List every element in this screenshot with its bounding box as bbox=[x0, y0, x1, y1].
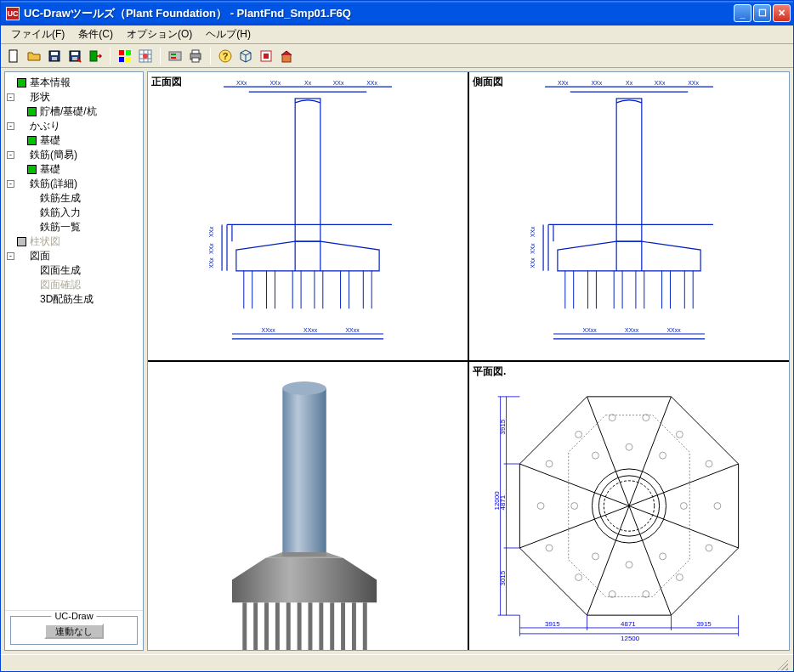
tree-item[interactable]: 基礎 bbox=[7, 133, 141, 148]
titlebar[interactable]: UC UC-Drawツールズ（Plant Foundation） - Plant… bbox=[1, 1, 793, 25]
view-side[interactable]: 側面図 bbox=[469, 72, 789, 360]
minimize-button[interactable]: _ bbox=[734, 4, 751, 22]
svg-rect-10 bbox=[119, 57, 124, 62]
print-icon[interactable] bbox=[186, 47, 205, 65]
tree-item[interactable]: 柱状図 bbox=[7, 234, 141, 249]
sidebar: 基本情報-形状貯槽/基礎/杭-かぶり基礎-鉄筋(簡易)基礎-鉄筋(詳細)鉄筋生成… bbox=[4, 71, 144, 651]
view-front-label: 正面図 bbox=[151, 75, 182, 89]
tree-item-label: 鉄筋一覧 bbox=[40, 220, 81, 234]
svg-marker-91 bbox=[232, 558, 377, 602]
tree-item-label: 鉄筋入力 bbox=[40, 206, 81, 220]
svg-rect-14 bbox=[169, 52, 181, 60]
view-side-label: 側面図 bbox=[473, 75, 503, 89]
tree-item[interactable]: -鉄筋(簡易) bbox=[7, 148, 141, 162]
svg-line-114 bbox=[629, 506, 739, 548]
svg-rect-59 bbox=[616, 99, 642, 241]
toolbar-separator bbox=[110, 48, 111, 65]
resize-grip-icon[interactable] bbox=[774, 657, 788, 670]
tree-item[interactable]: 鉄筋一覧 bbox=[7, 220, 141, 234]
svg-point-90 bbox=[282, 381, 326, 395]
plan-icon[interactable] bbox=[257, 47, 275, 65]
tree-item[interactable]: 鉄筋生成 bbox=[7, 191, 141, 206]
tree-item[interactable]: 貯槽/基礎/杭 bbox=[7, 104, 141, 119]
tree-item[interactable]: 基本情報 bbox=[7, 76, 141, 90]
tree-item[interactable]: -かぶり bbox=[7, 119, 141, 133]
tree-toggle-icon[interactable]: - bbox=[7, 122, 14, 130]
tree-toggle-icon[interactable]: - bbox=[7, 252, 14, 260]
tree-view[interactable]: 基本情報-形状貯槽/基礎/杭-かぶり基礎-鉄筋(簡易)基礎-鉄筋(詳細)鉄筋生成… bbox=[5, 72, 143, 610]
tree-item[interactable]: -図面 bbox=[7, 249, 141, 263]
svg-text:XXx: XXx bbox=[591, 80, 602, 86]
save-as-icon[interactable] bbox=[65, 47, 84, 65]
svg-point-125 bbox=[537, 503, 544, 510]
color-icon[interactable] bbox=[116, 47, 134, 65]
svg-text:XXxx: XXxx bbox=[667, 327, 682, 333]
maximize-button[interactable]: ☐ bbox=[753, 4, 771, 22]
view-plan[interactable]: 平面図. bbox=[469, 362, 789, 650]
menu-options[interactable]: オプション(O) bbox=[120, 25, 199, 43]
tree-item[interactable]: -形状 bbox=[7, 90, 141, 104]
svg-point-13 bbox=[143, 54, 148, 59]
menu-file[interactable]: ファイル(F) bbox=[4, 25, 71, 43]
exit-icon[interactable] bbox=[86, 47, 105, 65]
svg-rect-7 bbox=[90, 51, 97, 61]
svg-text:XXx: XXx bbox=[655, 80, 666, 86]
save-icon[interactable] bbox=[45, 47, 64, 65]
open-icon[interactable] bbox=[25, 47, 43, 65]
grid-icon[interactable] bbox=[136, 47, 155, 65]
tree-item-label: 鉄筋(簡易) bbox=[30, 148, 77, 162]
tree-toggle-icon[interactable]: - bbox=[7, 93, 14, 101]
menu-conditions[interactable]: 条件(C) bbox=[71, 25, 120, 43]
tree-item-label: 貯槽/基礎/杭 bbox=[40, 104, 97, 119]
toolbar-separator bbox=[210, 48, 211, 65]
statusbar bbox=[1, 654, 793, 671]
plan-drawing: 3915 4871 3915 12500 3915 4871 3015 1200… bbox=[469, 362, 789, 650]
svg-text:XXx: XXx bbox=[333, 80, 344, 86]
building-icon[interactable] bbox=[277, 47, 296, 65]
new-icon[interactable] bbox=[4, 47, 23, 65]
tree-item-label: 3D配筋生成 bbox=[40, 292, 94, 307]
tree-item[interactable]: 基礎 bbox=[7, 162, 141, 177]
help-icon[interactable]: ? bbox=[216, 47, 235, 65]
tree-item[interactable]: 図面生成 bbox=[7, 263, 141, 278]
svg-text:Xx: Xx bbox=[626, 80, 633, 86]
sidebar-footer: UC-Draw 連動なし bbox=[5, 610, 143, 650]
menu-help[interactable]: ヘルプ(H) bbox=[199, 25, 258, 43]
tree-item[interactable]: 図面確認 bbox=[7, 278, 141, 292]
svg-rect-6 bbox=[72, 57, 77, 60]
settings-icon[interactable] bbox=[166, 47, 184, 65]
ucdraw-group-label: UC-Draw bbox=[51, 611, 96, 621]
svg-line-112 bbox=[629, 397, 671, 506]
view3d-icon[interactable] bbox=[236, 47, 255, 65]
svg-text:XXx: XXx bbox=[530, 226, 536, 237]
svg-text:?: ? bbox=[223, 51, 229, 61]
svg-point-129 bbox=[576, 574, 582, 581]
svg-line-115 bbox=[629, 506, 671, 616]
svg-point-140 bbox=[626, 562, 632, 568]
tree-item-label: 柱状図 bbox=[30, 234, 60, 249]
svg-text:3015: 3015 bbox=[499, 570, 507, 585]
close-button[interactable]: ✕ bbox=[773, 4, 791, 22]
front-drawing: XXxXXxXxXXxXXx XXx XXx XXx XXxxXXxxXXxx bbox=[148, 72, 468, 360]
tree-item[interactable]: 鉄筋入力 bbox=[7, 206, 141, 220]
tree-item-label: 鉄筋生成 bbox=[40, 191, 81, 206]
tree-status-icon bbox=[17, 78, 26, 88]
svg-rect-16 bbox=[171, 57, 176, 59]
side-drawing: XXxXXxXxXXxXXx XXx XXx XXx XXxxXXxxXXxx bbox=[469, 72, 789, 360]
tree-toggle-icon[interactable]: - bbox=[7, 151, 14, 159]
view-front[interactable]: 正面図 bbox=[148, 72, 468, 360]
svg-point-133 bbox=[592, 452, 598, 459]
link-mode-button[interactable]: 連動なし bbox=[44, 624, 104, 639]
svg-rect-89 bbox=[282, 388, 326, 556]
tree-status-icon bbox=[27, 165, 37, 174]
svg-point-127 bbox=[546, 545, 553, 551]
svg-point-120 bbox=[643, 415, 649, 421]
tree-item[interactable]: 3D配筋生成 bbox=[7, 292, 141, 307]
tree-item[interactable]: -鉄筋(詳細) bbox=[7, 177, 141, 191]
tree-toggle-icon[interactable]: - bbox=[7, 180, 14, 188]
toolbar: ? bbox=[1, 44, 793, 68]
viewport: 正面図 bbox=[147, 71, 790, 651]
svg-line-111 bbox=[587, 397, 629, 506]
view-3d[interactable] bbox=[148, 362, 468, 650]
tree-status-icon bbox=[27, 136, 37, 145]
